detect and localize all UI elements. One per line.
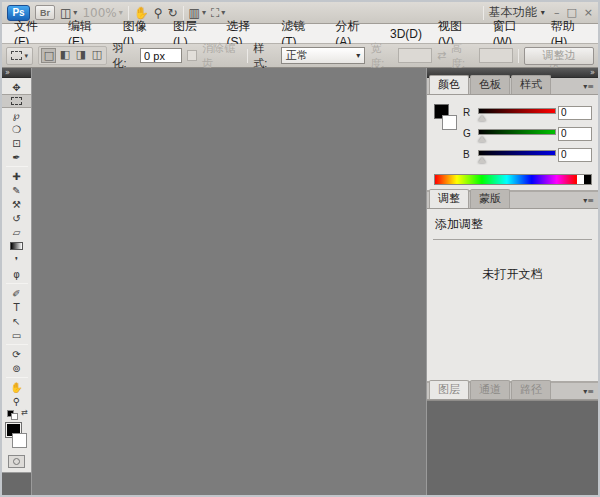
red-slider-track: [478, 108, 556, 114]
color-spectrum-ramp[interactable]: [434, 174, 592, 185]
default-background-icon: [11, 413, 18, 420]
style-select[interactable]: 正常 ▾: [281, 47, 365, 64]
screen-mode-icon: ⛶: [211, 6, 219, 20]
blue-slider-track: [478, 150, 556, 156]
panel-menu-icon[interactable]: ▾≡: [583, 387, 594, 399]
intersect-selection-icon[interactable]: ◫: [89, 48, 104, 63]
green-slider-thumb[interactable]: [478, 136, 486, 142]
layers-panel-tabs: 图层 通道 路径 ▾≡: [427, 383, 598, 400]
move-tool[interactable]: ✥: [2, 80, 31, 94]
quick-mask-button[interactable]: [8, 455, 25, 468]
adjustments-panel-group: 调整 蒙版 ▾≡ 添加调整 未打开文档: [427, 192, 598, 381]
antialias-checkbox: [187, 50, 197, 61]
tool-preset-picker[interactable]: ▾: [6, 47, 33, 65]
menu-help[interactable]: 帮助(H): [543, 24, 598, 43]
red-value-input[interactable]: [558, 106, 592, 120]
width-label: 宽度:: [370, 41, 393, 71]
subtract-from-selection-icon[interactable]: ◨: [73, 48, 88, 63]
spot-healing-brush-tool[interactable]: ✚: [2, 169, 31, 183]
magnifier-icon: ⚲: [13, 396, 20, 407]
history-brush-tool[interactable]: ↺: [2, 211, 31, 225]
blue-slider-thumb[interactable]: [478, 157, 486, 163]
menu-edit[interactable]: 编辑(E): [60, 24, 115, 43]
3d-rotate-tool[interactable]: ⟳: [2, 347, 31, 361]
clone-stamp-tool[interactable]: ⚒: [2, 197, 31, 211]
red-slider[interactable]: [478, 107, 553, 119]
white-chip[interactable]: [577, 175, 584, 184]
chevron-down-icon: ▾: [73, 8, 77, 17]
panel-menu-icon[interactable]: ▾≡: [583, 196, 594, 208]
path-selection-tool[interactable]: ↖: [2, 314, 31, 328]
blue-slider[interactable]: [478, 149, 553, 161]
chevron-down-icon: ▾: [221, 8, 225, 17]
chevron-down-icon: ▾: [202, 8, 206, 17]
blur-droplet-icon: ❜: [15, 255, 18, 266]
collapse-chevrons-icon: »: [5, 68, 10, 77]
tab-paths[interactable]: 路径: [511, 380, 551, 399]
tools-dock: » ✥ ℘ ❍ ⊡ ✒ ✚ ✎ ⚒ ↺ ▱ ❜ φ ✐ T: [2, 68, 32, 495]
gradient-icon: [10, 242, 23, 250]
tab-masks[interactable]: 蒙版: [470, 189, 510, 208]
style-label: 样式:: [253, 41, 276, 71]
crop-tool[interactable]: ⊡: [2, 136, 31, 150]
tab-channels[interactable]: 通道: [470, 380, 510, 399]
menu-file[interactable]: 文件(F): [6, 24, 60, 43]
tab-layers[interactable]: 图层: [429, 380, 469, 399]
crop-icon: ⊡: [12, 138, 20, 149]
tab-adjustments[interactable]: 调整: [429, 189, 469, 208]
clone-stamp-icon: ⚒: [12, 199, 21, 210]
default-colors-control: ⇄: [2, 408, 31, 421]
chevron-down-icon: ▾: [541, 8, 545, 17]
lasso-tool[interactable]: ℘: [2, 108, 31, 122]
eyedropper-tool[interactable]: ✒: [2, 150, 31, 164]
background-color-swatch[interactable]: [442, 115, 457, 130]
chevron-down-icon: ▾: [356, 51, 360, 60]
rectangle-tool[interactable]: ▭: [2, 328, 31, 342]
green-value-input[interactable]: [558, 127, 592, 141]
add-adjustment-label: 添加调整: [427, 214, 598, 239]
menu-filter[interactable]: 滤镜(T): [273, 24, 327, 43]
photoshop-window: Ps Br ◫ ▾ 100% ▾ ✋ ⚲ ↻ ▥ ▾ ⛶ ▾: [0, 0, 600, 497]
type-tool[interactable]: T: [2, 300, 31, 314]
document-canvas-area[interactable]: [32, 68, 426, 495]
3d-orbit-tool[interactable]: ⊚: [2, 361, 31, 375]
dodge-tool[interactable]: φ: [2, 267, 31, 281]
color-swatch-control: [2, 421, 31, 451]
new-selection-icon[interactable]: □: [41, 48, 56, 63]
brush-tool[interactable]: ✎: [2, 183, 31, 197]
blur-tool[interactable]: ❜: [2, 253, 31, 267]
hand-tool[interactable]: ✋: [2, 380, 31, 394]
tab-styles[interactable]: 样式: [511, 75, 551, 94]
feather-input[interactable]: [140, 48, 182, 63]
layers-panel-content: [427, 400, 598, 495]
screen-mode-button[interactable]: ⛶ ▾: [211, 6, 225, 20]
swap-colors-icon[interactable]: ⇄: [21, 408, 28, 417]
tab-swatches[interactable]: 色板: [470, 75, 510, 94]
rectangle-shape-icon: ▭: [12, 330, 21, 341]
tools-collapse-header[interactable]: »: [2, 68, 31, 78]
green-slider[interactable]: [478, 128, 553, 140]
menu-window[interactable]: 窗口(W): [485, 24, 543, 43]
quick-selection-tool[interactable]: ❍: [2, 122, 31, 136]
blue-value-input[interactable]: [558, 148, 592, 162]
pen-tool[interactable]: ✐: [2, 286, 31, 300]
3d-rotate-icon: ⟳: [12, 349, 20, 360]
gradient-tool[interactable]: [2, 239, 31, 253]
zoom-tool[interactable]: ⚲: [2, 394, 31, 408]
rectangular-marquee-tool[interactable]: [2, 94, 31, 108]
eraser-tool[interactable]: ▱: [2, 225, 31, 239]
pen-icon: ✐: [12, 288, 20, 299]
add-to-selection-icon[interactable]: ◧: [57, 48, 72, 63]
style-value: 正常: [286, 48, 308, 63]
spectrum-ramp-wrap: [427, 169, 598, 190]
red-slider-thumb[interactable]: [478, 115, 486, 121]
panel-menu-icon[interactable]: ▾≡: [583, 82, 594, 94]
tab-color[interactable]: 颜色: [429, 75, 469, 94]
swap-dimensions-icon: ⇄: [437, 49, 446, 62]
healing-brush-icon: ✚: [12, 171, 20, 182]
tool-options-bar: ▾ □ ◧ ◨ ◫ 羽化: 消除锯齿 样式: 正常 ▾ 宽度: ⇄ 高度: 调整…: [2, 44, 598, 68]
lasso-icon: ℘: [13, 110, 20, 121]
background-color-swatch[interactable]: [12, 433, 27, 448]
black-chip[interactable]: [584, 175, 591, 184]
brush-icon: ✎: [12, 185, 20, 196]
